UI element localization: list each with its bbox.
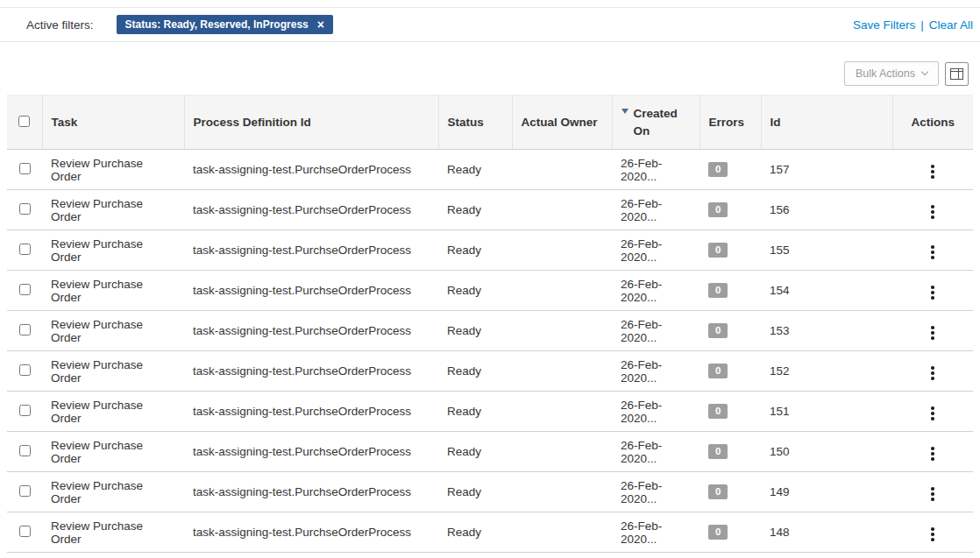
column-header-process-definition-id[interactable]: Process Definition Id	[184, 95, 438, 150]
task-cell[interactable]: Review Purchase Order	[42, 230, 184, 271]
actual-owner-cell	[512, 311, 612, 351]
table-row: Review Purchase Order task-assigning-tes…	[7, 150, 973, 190]
clear-all-link[interactable]: Clear All	[929, 18, 973, 32]
task-cell[interactable]: Review Purchase Order	[42, 432, 184, 472]
created-on-cell: 26-Feb-2020...	[612, 271, 699, 311]
task-cell[interactable]: Review Purchase Order	[42, 271, 184, 311]
row-checkbox-cell	[7, 271, 42, 311]
task-cell[interactable]: Review Purchase Order	[42, 311, 184, 351]
save-filters-link[interactable]: Save Filters	[853, 18, 915, 32]
status-cell: Ready	[438, 432, 512, 472]
status-cell: Ready	[438, 190, 512, 230]
task-cell[interactable]: Review Purchase Order	[42, 512, 184, 553]
kebab-vertical-icon[interactable]	[925, 282, 941, 303]
row-checkbox-cell	[7, 150, 42, 190]
created-on-cell: 26-Feb-2020...	[612, 150, 699, 190]
status-cell: Ready	[438, 311, 512, 351]
task-cell[interactable]: Review Purchase Order	[42, 150, 184, 190]
process-definition-id-cell: task-assigning-test.PurchseOrderProcess	[184, 432, 438, 472]
actions-cell	[892, 271, 973, 311]
row-checkbox[interactable]	[19, 324, 31, 336]
column-header-id[interactable]: Id	[761, 95, 892, 150]
task-cell[interactable]: Review Purchase Order	[42, 392, 184, 432]
row-checkbox[interactable]	[19, 203, 31, 215]
errors-badge: 0	[708, 444, 728, 460]
column-header-status[interactable]: Status	[438, 95, 512, 150]
errors-cell: 0	[699, 150, 761, 190]
row-checkbox[interactable]	[19, 163, 31, 174]
task-table-body: Review Purchase Order task-assigning-tes…	[7, 150, 973, 553]
status-cell: Ready	[438, 472, 512, 512]
bulk-actions-button[interactable]: Bulk Actions	[844, 61, 939, 86]
actual-owner-cell	[512, 190, 612, 230]
row-checkbox-cell	[7, 432, 42, 472]
caret-down-icon	[921, 68, 928, 75]
created-on-header-label: Created On	[634, 105, 683, 139]
status-cell: Ready	[438, 230, 512, 271]
column-header-task[interactable]: Task	[42, 95, 184, 150]
row-checkbox[interactable]	[19, 364, 31, 376]
kebab-vertical-icon[interactable]	[925, 322, 941, 343]
kebab-vertical-icon[interactable]	[925, 443, 941, 464]
id-cell: 152	[761, 351, 892, 392]
select-all-checkbox[interactable]	[18, 116, 30, 127]
row-checkbox[interactable]	[19, 284, 31, 295]
errors-badge: 0	[708, 323, 728, 339]
column-settings-button[interactable]	[945, 62, 969, 86]
errors-badge: 0	[708, 404, 728, 420]
actions-cell	[892, 230, 973, 271]
column-header-actual-owner[interactable]: Actual Owner	[512, 95, 612, 150]
column-header-actions: Actions	[892, 95, 973, 150]
errors-cell: 0	[699, 392, 761, 432]
created-on-cell: 26-Feb-2020...	[612, 472, 699, 512]
row-checkbox-cell	[7, 190, 42, 230]
kebab-vertical-icon[interactable]	[925, 363, 941, 384]
id-cell: 149	[761, 472, 892, 512]
row-checkbox[interactable]	[19, 445, 31, 456]
row-checkbox-cell	[7, 392, 42, 432]
task-cell[interactable]: Review Purchase Order	[42, 472, 184, 512]
errors-badge: 0	[708, 243, 728, 258]
filter-links-separator: |	[920, 18, 924, 32]
row-checkbox[interactable]	[19, 485, 31, 497]
task-inbox-table: Task Process Definition Id Status Actual…	[7, 95, 973, 553]
actual-owner-cell	[512, 432, 612, 472]
row-checkbox-cell	[7, 311, 42, 351]
kebab-vertical-icon[interactable]	[925, 242, 941, 263]
status-cell: Ready	[438, 351, 512, 392]
errors-badge: 0	[708, 364, 728, 379]
actual-owner-cell	[512, 230, 612, 271]
kebab-vertical-icon[interactable]	[925, 161, 941, 182]
active-filters-label: Active filters:	[26, 18, 94, 32]
table-columns-icon	[950, 68, 963, 80]
table-toolbar: Bulk Actions	[0, 42, 980, 95]
table-row: Review Purchase Order task-assigning-tes…	[7, 271, 973, 311]
table-row: Review Purchase Order task-assigning-tes…	[7, 311, 973, 351]
column-header-created-on[interactable]: Created On	[612, 95, 699, 150]
id-cell: 148	[761, 512, 892, 553]
actions-cell	[892, 472, 973, 512]
column-header-errors[interactable]: Errors	[699, 95, 761, 150]
actual-owner-cell	[512, 512, 612, 553]
task-cell[interactable]: Review Purchase Order	[42, 190, 184, 230]
process-definition-id-cell: task-assigning-test.PurchseOrderProcess	[184, 392, 438, 432]
row-checkbox[interactable]	[19, 244, 31, 255]
errors-cell: 0	[699, 351, 761, 392]
task-cell[interactable]: Review Purchase Order	[42, 351, 184, 392]
row-checkbox[interactable]	[19, 526, 31, 537]
id-cell: 155	[761, 230, 892, 271]
row-checkbox[interactable]	[19, 405, 31, 416]
errors-badge: 0	[708, 484, 728, 500]
kebab-vertical-icon[interactable]	[925, 403, 941, 424]
created-on-cell: 26-Feb-2020...	[612, 432, 699, 472]
kebab-vertical-icon[interactable]	[925, 201, 941, 222]
kebab-vertical-icon[interactable]	[925, 484, 941, 505]
created-on-cell: 26-Feb-2020...	[612, 512, 699, 553]
errors-cell: 0	[699, 311, 761, 351]
kebab-vertical-icon[interactable]	[925, 524, 941, 545]
close-icon[interactable]: ×	[317, 18, 324, 31]
errors-cell: 0	[699, 472, 761, 512]
bulk-actions-label: Bulk Actions	[856, 67, 915, 80]
actions-cell	[892, 351, 973, 392]
table-row: Review Purchase Order task-assigning-tes…	[7, 190, 973, 230]
